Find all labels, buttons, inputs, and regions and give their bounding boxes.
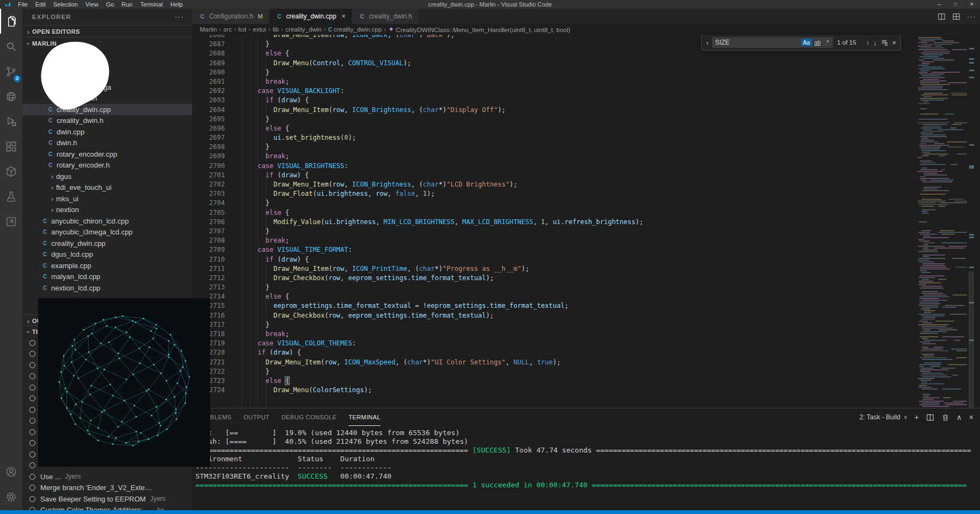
code-line[interactable]: 2715 eeprom_settings.time_format_textual…: [192, 301, 980, 311]
editor-layout-icon[interactable]: [952, 13, 960, 21]
tree-item[interactable]: Cmalyan_lcd.cpp: [22, 271, 192, 283]
code-line[interactable]: 2704 }: [192, 199, 980, 208]
breadcrumb-item[interactable]: creality_dwin: [285, 26, 321, 33]
search-icon[interactable]: [0, 34, 22, 59]
maximize-button[interactable]: □: [947, 0, 964, 9]
tab-creality_dwin.h[interactable]: Ccreality_dwin.h: [352, 9, 419, 24]
next-match-icon[interactable]: ↓: [873, 39, 877, 47]
code-line[interactable]: 2691 break;: [192, 77, 980, 86]
code-line[interactable]: 2698 }: [192, 143, 980, 152]
code-line[interactable]: 2705 else {: [192, 208, 980, 218]
timeline-item[interactable]: Use ...Jyers: [22, 471, 192, 482]
toggle-replace-icon[interactable]: ›: [706, 39, 708, 47]
run-debug-icon[interactable]: [0, 109, 22, 134]
code-line[interactable]: 2703 Draw_Float(ui.brightness, row, fals…: [192, 189, 980, 199]
menu-help[interactable]: Help: [167, 0, 187, 9]
match-case-toggle[interactable]: Aa: [801, 39, 812, 46]
account-icon[interactable]: [0, 459, 22, 484]
sidebar-more-button[interactable]: ···: [175, 9, 183, 25]
panel-tab-terminal[interactable]: TERMINAL: [348, 408, 381, 426]
code-line[interactable]: 2724 Draw_Menu(ColorSettings);: [192, 386, 980, 395]
tree-item[interactable]: ›mks_ui: [22, 193, 192, 205]
code-line[interactable]: 2714 else {: [192, 292, 980, 301]
whole-word-toggle[interactable]: ab: [813, 39, 823, 46]
timeline-item[interactable]: Save Beeper Setting to EEPROMJyers: [22, 493, 192, 505]
live-share-icon[interactable]: [0, 84, 22, 109]
kill-terminal-icon[interactable]: [941, 413, 950, 422]
package-icon[interactable]: [0, 159, 22, 184]
tree-item[interactable]: Cdwin.h: [22, 138, 192, 149]
code-line[interactable]: 2716 Draw_Checkbox(row, eeprom_settings.…: [192, 311, 980, 320]
code-line[interactable]: 2706 Modify_Value(ui.brightness, MIN_LCD…: [192, 218, 980, 227]
code-line[interactable]: 2708 break;: [192, 236, 980, 245]
code-line[interactable]: 2690 }: [192, 68, 980, 77]
code-line[interactable]: 2713 }: [192, 283, 980, 292]
menu-run[interactable]: Run: [118, 0, 136, 9]
code-line[interactable]: 2695 }: [192, 115, 980, 124]
explorer-icon[interactable]: [0, 9, 22, 34]
code-line[interactable]: 2721 Draw_Menu_Item(row, ICON_MaxSpeed, …: [192, 358, 980, 367]
test-icon[interactable]: [0, 184, 22, 209]
breadcrumb-item[interactable]: src: [223, 26, 231, 33]
code-line[interactable]: 2696 else {: [192, 124, 980, 133]
breadcrumb-item[interactable]: extui: [253, 26, 266, 33]
tree-item[interactable]: Canycubic_i3mega_lcd.cpp: [22, 227, 192, 238]
search-input[interactable]: SIZE Aa ab .*: [712, 37, 833, 48]
status-bar[interactable]: [0, 510, 980, 514]
tree-item[interactable]: Crotary_encoder.h: [22, 160, 192, 171]
code-line[interactable]: 2700 case VISUAL_BRIGHTNESS:: [192, 162, 980, 171]
tab-creality_dwin.cpp[interactable]: Ccreality_dwin.cpp×: [270, 9, 352, 24]
close-button[interactable]: ✕: [964, 0, 980, 9]
find-in-selection-icon[interactable]: [880, 39, 888, 46]
open-editors-section[interactable]: › OPEN EDITORS: [22, 25, 192, 38]
more-actions-icon[interactable]: ···: [967, 13, 976, 21]
breadcrumb-item[interactable]: lcd: [238, 26, 247, 33]
minimize-button[interactable]: ─: [931, 0, 947, 9]
code-line[interactable]: 2699 break;: [192, 152, 980, 161]
remote-icon[interactable]: [0, 209, 22, 234]
tree-item[interactable]: Cnextion_lcd.cpp: [22, 282, 192, 294]
tree-item[interactable]: ›dgus: [22, 171, 192, 182]
menu-file[interactable]: File: [14, 0, 32, 9]
code-line[interactable]: 2709 case VISUAL_TIME_FORMAT:: [192, 245, 980, 255]
menu-selection[interactable]: Selection: [50, 0, 82, 9]
code-line[interactable]: 2701 if (draw) {: [192, 171, 980, 180]
previous-match-icon[interactable]: ↑: [866, 39, 869, 47]
code-line[interactable]: 2719 case VISUAL_COLOR_THEMES:: [192, 339, 980, 348]
project-section[interactable]: › MARLIN: [22, 37, 192, 49]
menu-go[interactable]: Go: [102, 0, 118, 9]
code-line[interactable]: 2720 if (draw) {: [192, 348, 980, 357]
code-line[interactable]: 2722 }: [192, 367, 980, 376]
timeline-item[interactable]: Custom Color Themes Additions (#528) ...…: [22, 505, 192, 511]
code-line[interactable]: 2710 if (draw) {: [192, 255, 980, 264]
tree-item[interactable]: ›creality_dwin: [22, 93, 192, 104]
terminal-picker[interactable]: 2: Task - Build ∨: [860, 413, 908, 421]
tree-item[interactable]: Ccreality_dwin.h: [22, 115, 192, 127]
code-line[interactable]: 2692 case VISUAL_BACKLIGHT:: [192, 86, 980, 96]
code-line[interactable]: 2718 break;: [192, 330, 980, 339]
code-line[interactable]: 2711 Draw_Menu_Item(row, ICON_PrintTime,…: [192, 264, 980, 274]
menu-edit[interactable]: Edit: [32, 0, 50, 9]
tree-item[interactable]: ›ftdi_eve_touch_ui: [22, 182, 192, 194]
tree-item[interactable]: Ccreality_dwin.cpp: [22, 238, 192, 249]
code-line[interactable]: 2697 ui.set_brightness(0);: [192, 133, 980, 143]
code-line[interactable]: 2707 }: [192, 227, 980, 236]
panel-tab-debug-console[interactable]: DEBUG CONSOLE: [281, 408, 336, 426]
close-find-icon[interactable]: ×: [892, 39, 896, 47]
maximize-panel-icon[interactable]: ∧: [957, 413, 962, 422]
tree-item[interactable]: Cexample.cpp: [22, 260, 192, 271]
tree-item[interactable]: Cdgus_lcd.cpp: [22, 249, 192, 261]
minimap[interactable]: [916, 35, 967, 408]
terminal-output[interactable]: RAM: [== ] 19.0% (used 12440 bytes from …: [195, 429, 980, 510]
code-line[interactable]: 2694 Draw_Menu_Item(row, ICON_Brightness…: [192, 106, 980, 115]
breadcrumb-item[interactable]: lib: [273, 26, 279, 33]
close-tab-icon[interactable]: ×: [342, 13, 346, 20]
tree-item[interactable]: Canycubic_chiron_lcd.cpp: [22, 215, 192, 227]
code-line[interactable]: 2689 Draw_Menu(Control, CONTROL_VISUAL);: [192, 59, 980, 68]
menu-terminal[interactable]: Terminal: [137, 0, 167, 9]
find-widget[interactable]: › SIZE Aa ab .* 1 of 15 ↑ ↓ ×: [701, 35, 901, 51]
split-editor-icon[interactable]: [938, 13, 946, 21]
code-editor[interactable]: 2686 Draw_Menu_Item(row, ICON_Back, (cha…: [192, 35, 980, 408]
panel-tab-output[interactable]: OUTPUT: [243, 408, 270, 426]
code-line[interactable]: 2712 Draw_Checkbox(row, eeprom_settings.…: [192, 274, 980, 283]
